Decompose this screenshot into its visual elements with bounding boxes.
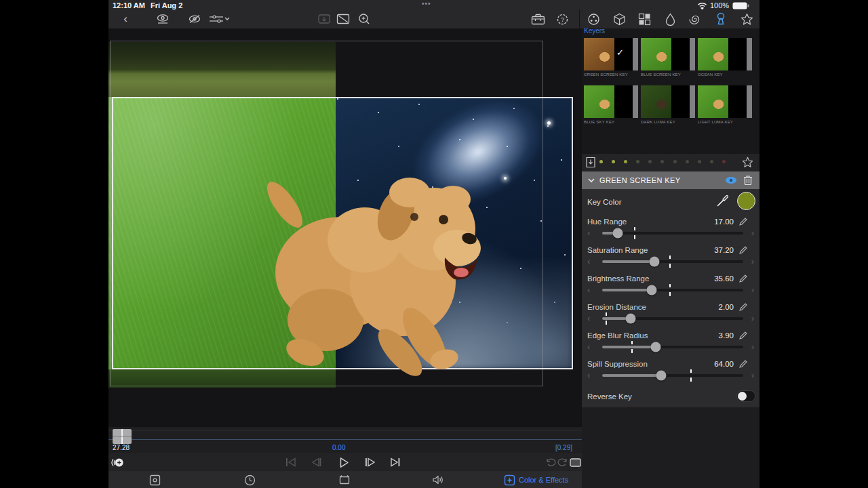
pager-dot[interactable] (624, 160, 627, 163)
edit-value-button[interactable] (739, 274, 747, 283)
preset-thumbnail (584, 85, 614, 118)
filmstrip-edge (633, 38, 638, 70)
effect-header[interactable]: GREEN SCREEN KEY (582, 171, 760, 189)
pager-dot[interactable] (636, 160, 639, 163)
slider-increment[interactable]: › (751, 285, 754, 295)
presets-library-button[interactable] (530, 11, 546, 27)
pager-dot[interactable] (599, 160, 603, 163)
slider-thumb[interactable] (625, 314, 635, 324)
jog-wheel-button[interactable] (111, 455, 124, 469)
edit-value-button[interactable] (739, 331, 747, 340)
slider-increment[interactable]: › (751, 257, 754, 266)
filmstrip-edge (690, 85, 695, 118)
jump-to-end-button[interactable] (389, 455, 402, 469)
tab-frame-fit[interactable] (149, 473, 161, 487)
preset-green-screen-key[interactable]: ✓ (584, 38, 638, 70)
slider-track[interactable] (602, 346, 743, 348)
tab-crop-transform[interactable] (338, 473, 351, 487)
delete-effect-button[interactable] (743, 175, 753, 186)
tab-color-effects-active[interactable]: Color & Effects (504, 473, 568, 487)
import-preset-button[interactable] (585, 157, 596, 168)
insert-icon (318, 14, 330, 24)
slider-track[interactable] (602, 289, 743, 291)
slider-track[interactable] (602, 317, 743, 320)
pager-dot[interactable] (660, 160, 664, 163)
slider-thumb[interactable] (651, 342, 661, 352)
insert-media-button[interactable] (316, 11, 332, 27)
timeline-ruler[interactable]: 27.28 0.00 [0.29] (108, 427, 582, 453)
slider-decrement[interactable]: ‹ (587, 342, 590, 352)
slider-decrement[interactable]: ‹ (587, 257, 590, 266)
pager-dot[interactable] (710, 160, 713, 163)
edit-value-button[interactable] (739, 246, 747, 254)
preset-blue-screen-key[interactable] (641, 38, 695, 70)
preset-label: BLUE SCREEN KEY (641, 73, 698, 77)
show-original-eye-off-button[interactable] (186, 11, 203, 27)
eye-icon (156, 14, 170, 24)
slider-decrement[interactable]: ‹ (587, 228, 590, 238)
key-color-swatch[interactable] (737, 192, 755, 210)
slider-label: Hue Range (587, 218, 627, 226)
slider-thumb[interactable] (649, 257, 659, 267)
reverse-key-label: Reverse Key (587, 392, 632, 401)
preset-thumbnail (698, 85, 728, 118)
key-color-label: Key Color (587, 198, 622, 206)
slider-thumb[interactable] (612, 228, 623, 239)
tab-audio[interactable] (432, 473, 444, 487)
slider-track[interactable] (602, 374, 743, 377)
redo-button[interactable] (556, 455, 570, 469)
preset-blue-sky-key[interactable] (584, 85, 638, 118)
aspect-preview-button[interactable] (335, 11, 351, 27)
toolbar-divider (579, 9, 580, 28)
slider-fill (602, 260, 654, 263)
pager-dot[interactable] (673, 160, 677, 163)
slider-label: Brightness Range (587, 274, 649, 283)
slider-value: 35.60 (714, 274, 734, 283)
show-result-eye-button[interactable] (155, 11, 171, 27)
pager-dot[interactable] (722, 160, 726, 163)
slider-increment[interactable]: › (751, 371, 754, 380)
slider-decrement[interactable]: ‹ (587, 314, 590, 323)
pager-dot[interactable] (686, 160, 689, 163)
reverse-key-toggle[interactable] (736, 390, 755, 402)
pager-dot[interactable] (612, 160, 615, 163)
preset-light-luma-key[interactable] (698, 85, 752, 118)
edit-value-button[interactable] (739, 360, 747, 368)
play-button[interactable] (337, 455, 351, 469)
edit-value-button[interactable] (739, 303, 747, 311)
slider-track[interactable] (602, 260, 743, 263)
slider-increment[interactable]: › (751, 342, 754, 352)
slider-increment[interactable]: › (751, 228, 754, 238)
back-button[interactable]: ‹ (117, 11, 134, 27)
viewer-canvas[interactable] (108, 28, 582, 427)
pager-dot[interactable] (648, 160, 652, 163)
keyers-title: Keyers (584, 27, 605, 35)
crop-frame-icon (338, 474, 351, 485)
slider-thumb[interactable] (656, 371, 667, 381)
undo-button[interactable] (544, 455, 557, 469)
slider-thumb[interactable] (646, 285, 656, 296)
next-frame-button[interactable] (363, 455, 376, 469)
previous-frame-button[interactable] (309, 455, 323, 469)
view-options-button[interactable] (208, 11, 231, 27)
favorite-preset-button[interactable] (742, 157, 753, 168)
preset-ocean-key[interactable] (698, 38, 752, 70)
slider-increment[interactable]: › (751, 314, 754, 323)
playhead-scrubber[interactable] (113, 429, 132, 444)
slider-decrement[interactable]: ‹ (587, 371, 590, 380)
settings-help-button[interactable]: ? (554, 11, 570, 27)
zoom-in-button[interactable] (356, 11, 372, 27)
tab-speed[interactable] (244, 473, 256, 487)
slider-decrement[interactable]: ‹ (587, 285, 590, 295)
edit-value-button[interactable] (739, 218, 747, 226)
slider-spill-suppression: Spill Suppression 64.00 ‹ › (582, 360, 760, 388)
slider-track[interactable] (602, 232, 743, 235)
slider-fill (602, 374, 661, 377)
preset-dark-luma-key[interactable] (641, 85, 695, 118)
pager-dot[interactable] (698, 160, 701, 163)
effect-visibility-toggle[interactable] (724, 175, 738, 186)
fullscreen-preview-button[interactable] (568, 455, 582, 469)
eyedropper-button[interactable] (716, 195, 728, 207)
jump-to-start-button[interactable] (283, 455, 297, 469)
preset-label: LIGHT LUMA KEY (698, 120, 755, 124)
